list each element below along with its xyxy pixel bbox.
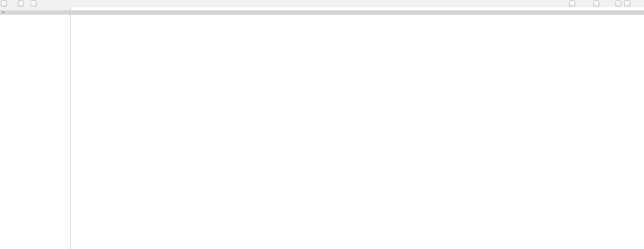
flow-events-button[interactable] bbox=[569, 1, 575, 6]
profile-viewer: ▼ bbox=[0, 0, 644, 249]
processes-button[interactable] bbox=[593, 1, 599, 6]
process-header[interactable]: ▼ bbox=[0, 10, 644, 15]
record-button[interactable] bbox=[1, 1, 7, 6]
load-button[interactable] bbox=[31, 1, 36, 6]
chevron-down-icon: ▼ bbox=[2, 11, 4, 14]
save-button[interactable] bbox=[18, 1, 24, 6]
gutter-separator bbox=[70, 7, 71, 249]
view-options-button[interactable] bbox=[624, 1, 630, 6]
metadata-button[interactable] bbox=[615, 1, 621, 6]
